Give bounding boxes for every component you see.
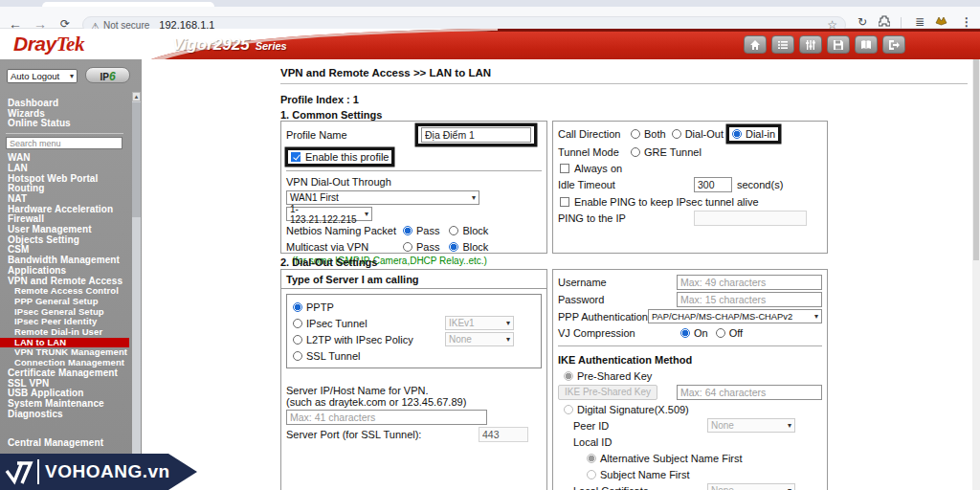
watermark-separator [37,459,39,484]
server-port-input[interactable] [479,427,528,442]
toolbar-separator [901,17,902,29]
ike-psk-button[interactable]: IKE Pre-Shared Key [558,385,657,400]
password-input[interactable] [677,292,822,307]
pre-shared-key-label: Pre-Shared Key [577,370,652,382]
index-list-icon[interactable] [771,35,794,54]
server-port-label: Server Port (for SSL Tunnel): [286,429,421,440]
enable-ping-checkbox[interactable] [560,197,569,207]
ping-ip-input[interactable] [694,211,807,226]
dialout-settings-table: Type of Server I am calling PPTP IPsec T… [280,269,828,490]
multicast-label: Multicast via VPN [286,241,403,253]
digital-signature-radio[interactable] [564,405,573,414]
gre-tunnel-radio[interactable] [631,147,640,157]
call-both-radio[interactable] [631,129,640,139]
sidebar-item-certificate-management[interactable]: Certificate Management [0,368,131,379]
ike-psk-input[interactable] [677,385,822,400]
sidebar-divider [6,133,123,134]
extensions-puzzle-icon[interactable] [879,15,890,30]
subject-name-label: Subject Name First [600,469,690,480]
server-ip-hint: (such as draytek.com or 123.45.67.89) [286,396,542,408]
scrollbar-up-icon[interactable]: ▲ [132,92,141,101]
ipsec-tunnel-radio[interactable] [293,319,302,328]
profile-name-input[interactable] [421,127,531,143]
sidebar-item-lan[interactable]: LAN [0,164,131,174]
wan-ip-select[interactable]: 1-123.21.122.215 [286,207,372,221]
ike-version-select[interactable]: IKEv1 [445,316,514,330]
always-on-checkbox[interactable] [560,164,569,173]
local-certificate-select[interactable]: None [707,483,795,490]
home-icon[interactable] [744,35,767,54]
vohoang-logo-icon [5,458,33,485]
sidebar-item-applications[interactable]: Applications [0,266,131,277]
alt-subject-name-label: Alternative Subject Name First [600,453,743,464]
username-label: Username [558,277,607,288]
ppp-auth-select[interactable]: PAP/CHAP/MS-CHAP/MS-CHAPv2 [648,309,822,323]
sidebar: Auto Logout IP6 ▲ Dashboard Wizards Onli… [0,59,142,490]
idle-timeout-input[interactable] [694,177,732,192]
local-certificate-label: Local Certificate [573,485,707,490]
breadcrumb-divider [280,83,968,84]
settings-sliders-icon[interactable] [799,35,822,54]
vj-on-radio[interactable] [680,328,690,338]
pre-shared-key-radio[interactable] [564,371,573,381]
ipv6-button[interactable]: IP6 [85,67,130,83]
dialout-settings-title: 2. Dial-Out Settings [280,256,377,268]
tunnel-mode-label: Tunnel Mode [558,146,631,158]
ping-ip-label: PING to the IP [558,212,694,224]
call-direction-label: Call Direction [558,128,631,140]
multicast-block-radio[interactable] [449,242,458,252]
peer-id-select[interactable]: None [707,418,795,433]
username-input[interactable] [677,275,822,290]
digital-signature-label: Digital Signature(X.509) [577,404,689,415]
call-dialout-radio[interactable] [672,129,681,139]
dialout-left-cell: Type of Server I am calling PPTP IPsec T… [280,269,547,490]
netbios-label: Netbios Naming Packet [286,225,403,236]
multicast-pass-radio[interactable] [403,242,412,252]
server-type-header: Type of Server I am calling [281,270,546,289]
list-extension-icon[interactable]: ≣ [915,15,924,29]
sync-extension-icon[interactable]: ↻ [858,15,867,29]
enable-profile-checkbox[interactable] [291,152,301,162]
sidebar-scrollbar-thumb[interactable] [132,102,141,217]
ike-auth-header: IKE Authentication Method [558,354,692,366]
common-settings-right-cell: Call Direction Both Dial-Out Dial-in Tun… [552,121,828,254]
save-icon[interactable] [827,35,850,54]
server-ip-input[interactable] [286,410,487,425]
ipsec-policy-select[interactable]: None [445,332,514,346]
bird-extension-icon[interactable] [935,15,947,29]
highlight-enable-profile: Enable this profile [288,150,391,164]
highlight-dial-in: Dial-in [729,127,778,141]
l2tp-radio[interactable] [293,335,302,345]
logout-icon[interactable] [882,35,905,54]
sidebar-scrollbar[interactable]: ▲ [132,92,141,490]
common-settings-table: Profile Name Enable this profile VPN Dia… [280,121,828,254]
netbios-pass-radio[interactable] [403,226,412,235]
pptp-radio[interactable] [293,302,302,312]
profile-index-label: Profile Index : 1 [280,94,359,105]
sidebar-item-diagnostics[interactable]: Diagnostics [0,410,131,420]
screen: ← → ⟳ Not secure 192.168.1.1 ☆ ↻ ≣ ⋮ Dra… [0,0,980,490]
sidebar-item-online-status[interactable]: Online Status [0,119,131,129]
common-settings-left-cell: Profile Name Enable this profile VPN Dia… [280,121,547,254]
browser-toolbar: ← → ⟳ Not secure 192.168.1.1 ☆ ↻ ≣ ⋮ [0,7,980,29]
page-scrollbar[interactable] [972,59,980,490]
enable-profile-label: Enable this profile [305,151,389,163]
browser-menu-icon[interactable]: ⋮ [961,15,972,29]
browser-tab-strip [0,0,980,7]
search-input[interactable] [6,137,122,149]
alt-subject-name-radio[interactable] [587,454,596,463]
draytek-logo: DrayTek [13,33,84,56]
breadcrumb: VPN and Remote Access >> LAN to LAN [280,67,491,78]
vj-off-radio[interactable] [716,328,725,338]
auto-logout-select[interactable]: Auto Logout [7,69,78,83]
page-scrollbar-thumb[interactable] [973,59,979,260]
sidebar-item-central-management[interactable]: Central Management [0,438,131,449]
common-settings-title: 1. Common Settings [280,109,382,121]
subject-name-radio[interactable] [587,470,596,479]
manual-book-icon[interactable] [855,35,878,54]
netbios-block-radio[interactable] [449,226,458,235]
ssl-tunnel-radio[interactable] [293,351,302,361]
call-dialin-radio[interactable] [732,129,742,139]
watermark-banner: VOHOANG.vn [0,454,197,490]
idle-timeout-label: Idle Timeout [558,179,694,190]
